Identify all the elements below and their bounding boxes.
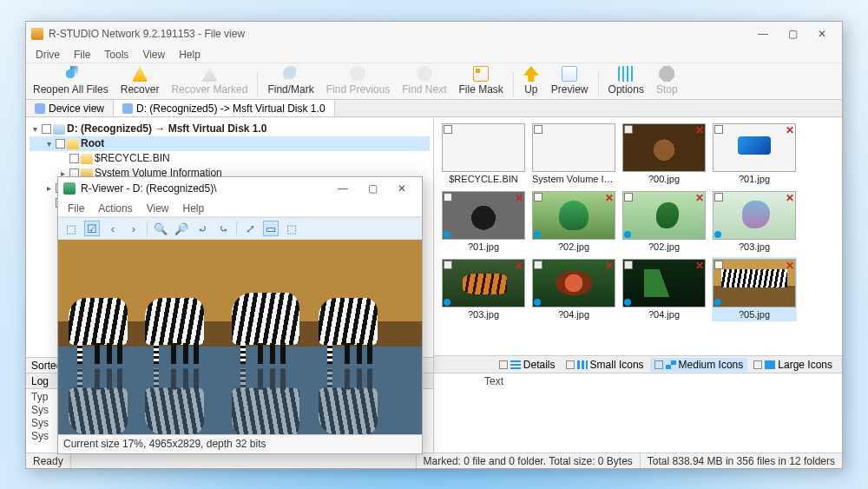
viewer-close-button[interactable]: ✕: [387, 179, 417, 198]
main-titlebar[interactable]: R-STUDIO Network 9.2.191153 - File view …: [26, 22, 842, 46]
thumbnail-item[interactable]: ✕?04.jpg: [531, 257, 616, 321]
find-icon: [283, 66, 299, 82]
preview-panel: Text: [434, 373, 842, 453]
toolbar-reopen-button[interactable]: Reopen All Files: [28, 64, 114, 97]
thumb-checkbox[interactable]: [534, 193, 542, 202]
thumb-label: ?01.jpg: [468, 241, 499, 252]
viewer-tool-12[interactable]: ⬚: [284, 221, 299, 236]
viewer-tool-0[interactable]: ⬚: [63, 221, 79, 236]
expand-icon[interactable]: ▾: [43, 136, 54, 151]
checkbox[interactable]: [69, 154, 79, 163]
thumb-image: ✕: [442, 259, 525, 307]
thumbnail-item[interactable]: ✕?00.jpg: [621, 122, 707, 186]
thumb-image: ✕: [442, 191, 525, 240]
thumbnail-item[interactable]: ✕?02.jpg: [531, 189, 616, 254]
thumb-checkbox[interactable]: [534, 125, 542, 134]
viewer-tool-2[interactable]: ‹: [105, 221, 121, 236]
viewer-tool-3[interactable]: ›: [126, 221, 141, 236]
viewer-menubar[interactable]: FileActionsViewHelp: [58, 200, 422, 217]
status-dot-icon: [534, 299, 541, 306]
menu-tools[interactable]: Tools: [98, 47, 135, 63]
recmark-icon: [201, 66, 217, 82]
folder-icon: [67, 139, 79, 149]
thumb-checkbox[interactable]: [714, 261, 723, 269]
thumbnail-item[interactable]: ✕?02.jpg: [621, 189, 707, 254]
thumbnail-item[interactable]: ✕?01.jpg: [712, 122, 797, 186]
thumbnail-item[interactable]: ✕?01.jpg: [441, 189, 526, 254]
thumb-checkbox[interactable]: [624, 261, 633, 269]
viewer-tool-10[interactable]: ⤢: [242, 221, 258, 236]
viewer-menu-file[interactable]: File: [62, 201, 90, 216]
viewer-menu-help[interactable]: Help: [177, 201, 211, 216]
tab-label: Device view: [49, 102, 104, 115]
viewer-titlebar[interactable]: R-Viewer - D: (Recognized5)\ — ▢ ✕: [58, 177, 422, 200]
maximize-button[interactable]: ▢: [778, 24, 807, 43]
viewer-menu-view[interactable]: View: [141, 201, 175, 216]
toolbar-options-button[interactable]: Options: [603, 64, 649, 97]
thumb-checkbox[interactable]: [714, 125, 723, 134]
thumbnail-item[interactable]: ✕?05.jpg: [712, 257, 797, 321]
tree-row[interactable]: ▾Root: [30, 136, 430, 151]
minimize-button[interactable]: —: [748, 24, 778, 43]
toolbar-filemask-button[interactable]: File Mask: [454, 64, 509, 97]
thumbnail-item[interactable]: ✕?03.jpg: [441, 257, 526, 321]
viewer-tool-1[interactable]: ☑: [84, 221, 100, 236]
thumb-checkbox[interactable]: [714, 193, 723, 202]
viewer-tool-11[interactable]: ▭: [263, 221, 279, 236]
viewer-tool-8[interactable]: ⤿: [215, 221, 231, 236]
menu-help[interactable]: Help: [173, 47, 207, 63]
thumb-label: ?04.jpg: [648, 309, 680, 320]
thumbnail-grid[interactable]: $RECYCLE.BINSystem Volume Infor…✕?00.jpg…: [434, 118, 842, 355]
checkbox[interactable]: [42, 124, 51, 134]
thumb-label: ?03.jpg: [468, 309, 499, 320]
tree-row[interactable]: ▾D: (Recognized5) → Msft Virtual Disk 1.…: [30, 122, 430, 136]
thumb-checkbox[interactable]: [534, 261, 542, 269]
toolbar-find-button[interactable]: Find/Mark: [262, 64, 319, 97]
thumb-checkbox[interactable]: [444, 261, 452, 269]
thumbnail-item[interactable]: ✕?04.jpg: [621, 257, 707, 321]
menu-view[interactable]: View: [136, 47, 171, 63]
close-button[interactable]: ✕: [807, 24, 837, 43]
viewer-maximize-button[interactable]: ▢: [358, 179, 387, 198]
main-menubar[interactable]: DriveFileToolsViewHelp: [26, 46, 842, 63]
thumb-checkbox[interactable]: [444, 125, 452, 134]
viewmode-medium-icons[interactable]: Medium Icons: [650, 358, 748, 372]
viewer-image[interactable]: [58, 240, 422, 434]
viewmode-details[interactable]: Details: [495, 358, 560, 372]
viewer-menu-actions[interactable]: Actions: [92, 201, 138, 216]
status-dot-icon: [444, 231, 450, 238]
viewer-tool-6[interactable]: 🔎: [174, 221, 189, 236]
viewer-tool-7[interactable]: ⤾: [194, 221, 210, 236]
toolbar-recover-button[interactable]: Recover: [115, 64, 165, 97]
viewer-app-icon: [63, 182, 76, 195]
thumb-checkbox[interactable]: [624, 193, 633, 202]
tab-0[interactable]: Device view: [26, 100, 114, 116]
checkbox[interactable]: [56, 139, 65, 149]
viewmode-large-icons[interactable]: Large Icons: [749, 358, 837, 372]
tree-row[interactable]: $RECYCLE.BIN: [30, 151, 430, 166]
menu-drive[interactable]: Drive: [30, 47, 66, 63]
toolbar-preview-button[interactable]: Preview: [546, 64, 594, 97]
tab-1[interactable]: D: (Recognized5) -> Msft Virtual Disk 1.…: [114, 100, 335, 116]
tab-label: D: (Recognized5) -> Msft Virtual Disk 1.…: [136, 102, 326, 115]
thumb-label: System Volume Infor…: [532, 174, 615, 184]
thumb-checkbox[interactable]: [444, 193, 452, 202]
viewmode-bar: DetailsSmall IconsMedium IconsLarge Icon…: [434, 355, 842, 373]
thumb-checkbox[interactable]: [624, 125, 633, 134]
viewer-status-text: Current size 17%, 4965x2829, depth 32 bi…: [63, 438, 266, 450]
thumbnail-item[interactable]: System Volume Infor…: [531, 122, 616, 186]
viewmode-icon: [666, 360, 676, 369]
toolbar-findprev-button: Find Previous: [321, 64, 395, 97]
expand-icon[interactable]: ▾: [30, 122, 40, 136]
viewer-tool-5[interactable]: 🔍: [153, 221, 168, 236]
viewer-minimize-button[interactable]: —: [328, 179, 358, 198]
thumbnail-item[interactable]: ✕?03.jpg: [712, 189, 797, 254]
thumb-label: ?01.jpg: [739, 174, 770, 184]
toolbar-up-button[interactable]: Up: [518, 64, 544, 97]
thumbnail-item[interactable]: $RECYCLE.BIN: [441, 122, 526, 186]
reopen-icon: [62, 66, 78, 82]
menu-file[interactable]: File: [68, 47, 96, 63]
viewer-title: R-Viewer - D: (Recognized5)\: [81, 182, 217, 195]
expand-icon[interactable]: ▸: [43, 181, 54, 195]
viewmode-small-icons[interactable]: Small Icons: [562, 358, 648, 372]
